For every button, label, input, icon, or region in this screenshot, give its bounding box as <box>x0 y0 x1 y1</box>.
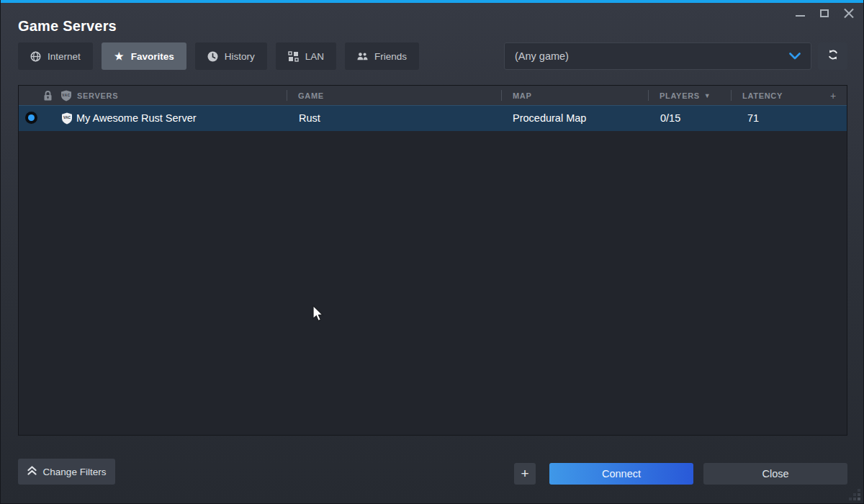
lan-icon <box>288 51 299 62</box>
server-name: My Awesome Rust Server <box>76 105 197 131</box>
tab-label: LAN <box>305 51 324 62</box>
change-filters-button[interactable]: Change Filters <box>18 459 115 485</box>
game-filter-dropdown[interactable]: (Any game) <box>504 42 811 70</box>
close-dialog-button[interactable]: Close <box>703 463 847 485</box>
column-header-players[interactable]: PLAYERS ▼ <box>648 86 731 105</box>
connect-button[interactable]: Connect <box>549 463 693 485</box>
plus-icon: + <box>830 90 837 102</box>
close-label: Close <box>762 468 788 480</box>
friends-icon <box>357 51 368 62</box>
selected-radio-indicator <box>25 112 37 124</box>
lock-icon <box>43 91 53 102</box>
sort-descending-icon: ▼ <box>704 92 711 99</box>
plus-icon: + <box>521 466 528 482</box>
server-tab-bar: Internet ★ Favorites History LAN Friends <box>18 42 419 70</box>
server-cell-map: Procedural Map <box>501 105 648 131</box>
server-table-header: VAC SERVERS GAME MAP PLAYERS ▼ LATENCY + <box>19 86 847 105</box>
page-title: Game Servers <box>18 18 117 35</box>
tab-history[interactable]: History <box>195 42 267 70</box>
double-chevron-up-icon <box>27 466 37 477</box>
star-icon: ★ <box>114 51 125 62</box>
window-controls <box>790 4 859 22</box>
svg-text:VAC: VAC <box>63 116 71 120</box>
minimize-button[interactable] <box>790 4 810 22</box>
column-divider <box>501 90 502 101</box>
tab-label: Internet <box>48 51 81 62</box>
column-header-map[interactable]: MAP <box>501 86 648 105</box>
close-button[interactable] <box>839 4 859 22</box>
column-divider <box>731 90 732 101</box>
svg-text:VAC: VAC <box>62 94 70 97</box>
tab-lan[interactable]: LAN <box>276 42 336 70</box>
column-label-servers: SERVERS <box>77 86 118 105</box>
column-label-game: GAME <box>298 91 324 100</box>
clock-icon <box>207 51 218 62</box>
maximize-icon <box>820 9 829 17</box>
tab-favorites[interactable]: ★ Favorites <box>102 42 186 70</box>
server-row-selected[interactable]: VAC My Awesome Rust Server Rust Procedur… <box>19 105 847 131</box>
column-divider <box>648 90 649 101</box>
refresh-button[interactable] <box>818 42 847 70</box>
change-filters-label: Change Filters <box>43 467 107 477</box>
column-label-latency: LATENCY <box>742 91 783 100</box>
column-header-servers[interactable]: VAC SERVERS <box>19 86 287 105</box>
game-filter-value: (Any game) <box>515 50 789 62</box>
vac-shield-icon: VAC <box>60 90 72 103</box>
tab-internet[interactable]: Internet <box>18 42 93 70</box>
column-header-latency[interactable]: LATENCY <box>731 86 826 105</box>
maximize-button[interactable] <box>814 4 834 22</box>
column-label-map: MAP <box>513 91 532 100</box>
add-column-button[interactable]: + <box>826 86 847 105</box>
column-header-game[interactable]: GAME <box>287 86 501 105</box>
chevron-down-icon <box>789 50 801 62</box>
refresh-icon <box>827 49 839 63</box>
server-cell-players: 0/15 <box>648 105 731 131</box>
minimize-icon <box>796 15 805 17</box>
connect-label: Connect <box>602 468 641 480</box>
tab-label: History <box>225 51 255 62</box>
tab-label: Friends <box>374 51 407 62</box>
server-cell-name: VAC My Awesome Rust Server <box>19 105 287 131</box>
server-table: VAC SERVERS GAME MAP PLAYERS ▼ LATENCY + <box>18 85 847 436</box>
close-icon <box>844 8 854 18</box>
server-cell-latency: 71 <box>731 105 826 131</box>
server-cell-game: Rust <box>287 105 501 131</box>
vac-secured-icon: VAC <box>61 112 73 127</box>
column-divider <box>287 90 287 101</box>
window-top-accent <box>1 0 864 3</box>
column-label-players: PLAYERS <box>660 91 700 100</box>
globe-icon <box>30 51 41 62</box>
tab-label: Favorites <box>131 51 174 62</box>
add-server-button[interactable]: + <box>514 463 536 485</box>
tab-friends[interactable]: Friends <box>345 42 419 70</box>
resize-grip[interactable] <box>858 498 860 500</box>
